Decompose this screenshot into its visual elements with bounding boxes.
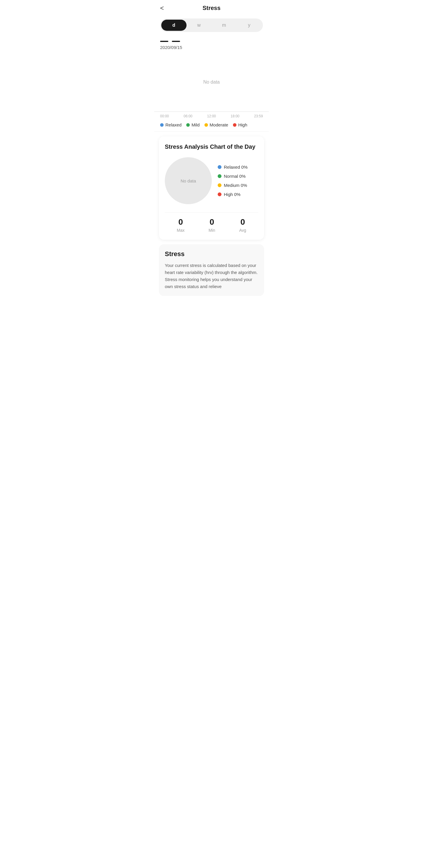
relaxed-dot	[160, 123, 164, 127]
stat-max: 0 Max	[177, 217, 185, 232]
analysis-dot-relaxed	[218, 165, 222, 169]
analysis-legend-medium: Medium 0%	[218, 183, 248, 188]
analysis-relaxed-label: Relaxed 0%	[224, 164, 248, 169]
analysis-body: No data Relaxed 0% Normal 0% Medium 0% H…	[165, 157, 258, 204]
analysis-legend-normal: Normal 0%	[218, 174, 248, 179]
tab-m[interactable]: m	[212, 20, 237, 31]
dash-2	[172, 41, 180, 42]
legend-relaxed: Relaxed	[160, 122, 181, 127]
analysis-legend: Relaxed 0% Normal 0% Medium 0% High 0%	[218, 164, 248, 197]
x-label-2: 12:00	[207, 114, 216, 118]
high-dot	[233, 123, 236, 127]
stat-max-value: 0	[177, 217, 185, 227]
mild-dot	[186, 123, 190, 127]
legend-moderate-label: Moderate	[210, 122, 228, 127]
analysis-medium-label: Medium 0%	[224, 183, 247, 188]
stat-avg: 0 Avg	[239, 217, 246, 232]
chart-legend: Relaxed Mild Moderate High	[154, 118, 269, 132]
legend-high-label: High	[238, 122, 247, 127]
donut-wrapper: No data	[165, 157, 212, 204]
analysis-dot-high	[218, 192, 222, 196]
legend-moderate: Moderate	[204, 122, 228, 127]
analysis-dot-medium	[218, 183, 222, 187]
stat-min-label: Min	[208, 228, 215, 232]
stat-avg-label: Avg	[239, 228, 246, 232]
legend-relaxed-label: Relaxed	[165, 122, 181, 127]
analysis-legend-high: High 0%	[218, 192, 248, 197]
donut-chart: No data	[165, 157, 212, 204]
tab-d[interactable]: d	[161, 20, 187, 31]
analysis-card: Stress Analysis Chart of the Day No data…	[159, 136, 264, 240]
stats-section: 2020/09/15	[154, 38, 269, 50]
back-button[interactable]: <	[160, 4, 164, 12]
tab-y[interactable]: y	[237, 20, 262, 31]
stat-avg-value: 0	[239, 217, 246, 227]
info-text: Your current stress is calculated based …	[165, 262, 258, 290]
x-label-0: 00:00	[160, 114, 169, 118]
analysis-high-label: High 0%	[224, 192, 241, 197]
donut-no-data: No data	[181, 178, 196, 183]
info-title: Stress	[165, 250, 258, 258]
tab-w[interactable]: w	[187, 20, 212, 31]
stats-dashes	[160, 41, 263, 42]
x-label-3: 18:00	[231, 114, 239, 118]
analysis-normal-label: Normal 0%	[224, 174, 246, 179]
info-section: Stress Your current stress is calculated…	[159, 244, 264, 296]
stat-min-value: 0	[208, 217, 215, 227]
legend-high: High	[233, 122, 247, 127]
chart-area: No data	[154, 50, 269, 108]
stat-min: 0 Min	[208, 217, 215, 232]
stats-row: 0 Max 0 Min 0 Avg	[165, 212, 258, 232]
header: < Stress	[154, 0, 269, 16]
dash-1	[160, 41, 168, 42]
stats-date: 2020/09/15	[160, 45, 263, 50]
analysis-dot-normal	[218, 174, 222, 178]
page-title: Stress	[202, 5, 220, 11]
legend-mild: Mild	[186, 122, 200, 127]
x-label-4: 23:59	[254, 114, 263, 118]
legend-mild-label: Mild	[192, 122, 200, 127]
x-label-1: 06:00	[184, 114, 192, 118]
analysis-title: Stress Analysis Chart of the Day	[165, 144, 258, 150]
moderate-dot	[204, 123, 208, 127]
tab-bar: d w m y	[160, 19, 263, 32]
stat-max-label: Max	[177, 228, 185, 232]
analysis-legend-relaxed: Relaxed 0%	[218, 164, 248, 169]
x-axis: 00:00 06:00 12:00 18:00 23:59	[154, 112, 269, 118]
chart-no-data: No data	[203, 80, 220, 85]
